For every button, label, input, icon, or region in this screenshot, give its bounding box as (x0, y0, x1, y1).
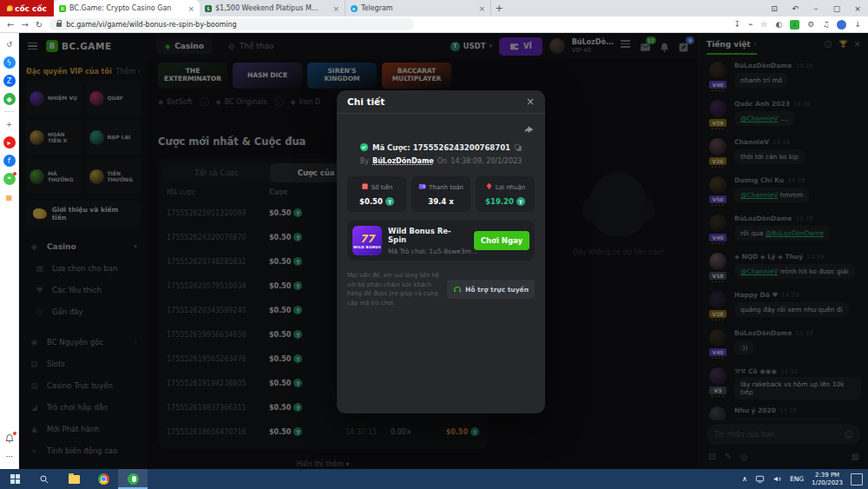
download-extension-icon[interactable]: ↓ (790, 20, 799, 30)
headset-icon (453, 285, 462, 294)
divider (4, 111, 15, 112)
browser-toolbar: ← → ↻ bc.game/vi/game/wild-bonus-re-spin… (0, 17, 868, 33)
copy-icon[interactable] (514, 143, 523, 152)
messenger-icon[interactable]: ϟ (3, 56, 16, 69)
tab-title: BC.Game: Crypto Casino Gan (69, 4, 184, 12)
game-title: Wild Bonus Re-Spin (388, 227, 468, 244)
folder-icon (69, 475, 80, 484)
coccoc-icon (128, 473, 139, 485)
add-icon[interactable]: + (3, 118, 16, 130)
gem-icon (485, 182, 493, 192)
stat-value-text: $0.50 (359, 197, 383, 206)
start-button[interactable] (0, 469, 30, 489)
tab-close-icon[interactable]: × (332, 4, 339, 13)
window-controls: ⊡↶–▢× (764, 0, 868, 17)
verified-check-icon (359, 142, 369, 152)
tab-close-icon[interactable]: × (478, 4, 485, 13)
tab-strip: BBC.Game: Crypto Casino Gan×$$1,500 Week… (54, 0, 491, 17)
bet-details-modal: Chi tiết × Mã Cược: 1755526243200768701 … (337, 90, 545, 413)
toolbar-icons: ↧ ⌁ ☆ ◐ ↓ ⚙ ♫ ↓ (733, 20, 861, 30)
usdt-coin-icon: T (516, 197, 525, 206)
cart-icon[interactable]: ▦ (3, 191, 16, 203)
browser-tab-2[interactable]: ▸Telegram× (345, 0, 491, 17)
network-icon[interactable] (755, 474, 765, 484)
windows-taskbar: ∧ ENG 2:39 PM 1/20/2023 (0, 469, 868, 489)
coccoc-taskbar-button[interactable] (118, 469, 148, 489)
reload-icon[interactable]: ↻ (36, 20, 43, 30)
bcgame-app: B BC.GAME Đặc quyền VIP của tôi Thêm › N… (19, 33, 868, 469)
game-thumbnail[interactable]: 77WILD BONUS (352, 226, 382, 255)
bet-timestamp: 14:38:09, 20/1/2023 (450, 157, 522, 165)
profile-avatar-icon[interactable] (837, 20, 846, 30)
bet-id-value: 1755526243200768701 (413, 143, 510, 152)
new-tab-button[interactable]: + (491, 0, 507, 17)
stat-value: $19.20T (478, 197, 532, 206)
history-icon[interactable]: ↺ (3, 38, 16, 50)
play-now-button[interactable]: Chơi Ngay (474, 231, 529, 250)
youtube-icon[interactable]: ▸ (3, 136, 16, 149)
stat-value-text: 39.4 x (428, 197, 453, 206)
minimize-icon[interactable]: – (806, 4, 826, 13)
url-text[interactable]: bc.game/vi/game/wild-bonus-re-spin-by-bo… (66, 21, 237, 29)
save-page-icon[interactable]: ↧ (733, 20, 740, 29)
games-icon[interactable]: ◆ (3, 93, 16, 105)
stat-label-text: Thanh toán (429, 184, 464, 191)
browser-tab-0[interactable]: BBC.Game: Crypto Casino Gan× (54, 0, 200, 17)
back-icon[interactable]: ← (7, 20, 14, 30)
tab-title: Telegram (361, 4, 475, 12)
search-button[interactable] (30, 469, 59, 489)
stat-2: Lợi nhuận$19.20T (476, 176, 535, 212)
tray-expand-icon[interactable]: ∧ (742, 475, 747, 483)
media-icon[interactable]: ♫ (822, 20, 829, 29)
stat-label-text: Số tiền (372, 184, 392, 191)
zalo-icon[interactable]: Z (3, 75, 16, 87)
tab-title: $1,500 Weekend Platipus M... (215, 4, 329, 12)
downloads-icon[interactable]: ↓ (854, 20, 861, 29)
maximize-icon[interactable]: ▢ (826, 4, 847, 13)
facebook-icon[interactable]: f (3, 155, 16, 167)
tab-favicon: B (59, 5, 66, 12)
screen: cốc cốc BBC.Game: Crypto Casino Gan×$$1,… (0, 0, 868, 489)
restore-tab-icon[interactable]: ↶ (785, 4, 806, 13)
chat-app-icon[interactable]: ❝ (3, 173, 16, 185)
tab-close-icon[interactable]: × (187, 4, 194, 13)
modal-close-icon[interactable]: × (526, 96, 535, 108)
on-label: On (437, 157, 447, 165)
game-code-value: 1u5-8swe3m... (429, 248, 477, 255)
more-options-icon[interactable]: ⋯ (3, 450, 16, 462)
chrome-icon (98, 473, 109, 485)
extension-icon[interactable]: ⚙ (807, 20, 814, 29)
coccoc-sidebar-bottom: ⋯ (3, 433, 16, 462)
stat-value: $0.50T (350, 197, 404, 206)
action-center-icon[interactable] (851, 473, 863, 486)
tab-favicon: ▸ (351, 5, 358, 12)
share-page-icon[interactable]: ⌁ (748, 20, 753, 29)
volume-icon[interactable] (773, 474, 782, 484)
browser-tab-1[interactable]: $$1,500 Weekend Platipus M...× (200, 0, 345, 17)
taskbar-clock[interactable]: 2:39 PM 1/20/2023 (812, 472, 843, 487)
browser-tab-bar: cốc cốc BBC.Game: Crypto Casino Gan×$$1,… (0, 0, 868, 17)
live-support-button[interactable]: Hỗ trợ trực tuyến (447, 280, 535, 299)
address-bar[interactable]: bc.game/vi/game/wild-bonus-re-spin-by-bo… (49, 18, 414, 30)
bet-author-link[interactable]: BúLozDönDame (372, 157, 434, 165)
search-icon (39, 474, 49, 485)
adblock-icon[interactable]: ◐ (775, 20, 782, 29)
stat-label: Thanh toán (414, 182, 468, 192)
lock-icon (56, 23, 62, 27)
notifications-bell-icon[interactable] (3, 433, 16, 445)
by-label: By (360, 157, 369, 165)
workspace-icon[interactable]: ⊡ (764, 4, 785, 13)
chrome-button[interactable] (89, 469, 118, 489)
share-icon[interactable] (523, 124, 535, 135)
language-indicator[interactable]: ENG (790, 475, 804, 483)
stat-0: Số tiền$0.50T (347, 176, 406, 212)
coccoc-sidebar: ↺ϟZ◆+▸f❝▦⋯ (0, 33, 19, 469)
forward-icon[interactable]: → (21, 20, 28, 30)
coccoc-brand: cốc cốc (0, 0, 54, 17)
close-icon[interactable]: × (847, 4, 868, 13)
game-card: 77WILD BONUS Wild Bonus Re-Spin Mã Trò c… (347, 221, 535, 261)
coccoc-brand-label: cốc cốc (15, 4, 47, 13)
stat-1: Thanh toán39.4 x (411, 176, 470, 212)
bookmark-star-icon[interactable]: ☆ (760, 20, 767, 29)
file-explorer-button[interactable] (59, 469, 89, 489)
